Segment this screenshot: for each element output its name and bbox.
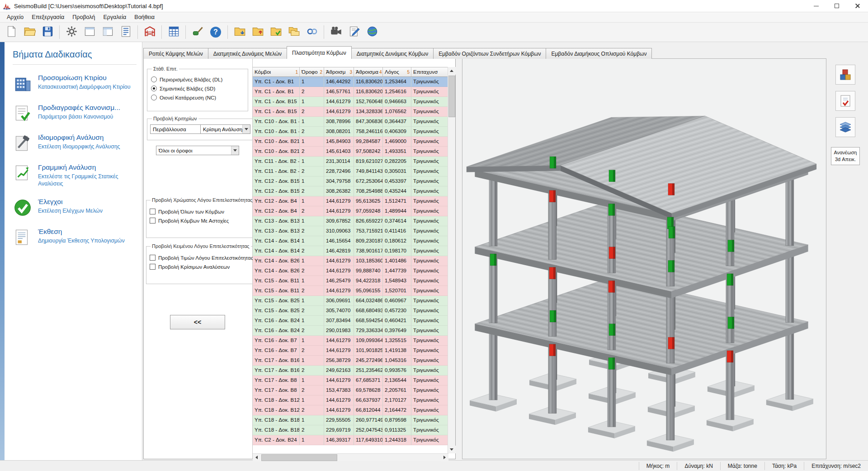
settings-button[interactable] [63,24,80,40]
table-row[interactable]: Υπ. C13 - Δοκ. B131309,67852826,6592270,… [253,216,448,226]
table-row[interactable]: Υπ. C15 - Δοκ. B251306,09691664,0324860,… [253,296,448,306]
sidebar-item-0[interactable]: Προσομοίωση ΚτιρίουΚατασκευαστική Διαμόρ… [13,74,137,94]
maximize-button[interactable] [826,0,847,12]
building-3d-model[interactable] [462,59,826,459]
table-row[interactable]: Υπ. C15 - Δοκ. B112144,6127995,0961551,5… [253,286,448,296]
table-row[interactable]: Υπ. C1 - Δοκ. B11146,44292116,8306201,25… [253,77,448,87]
table-row[interactable]: Υπ. C1 - Δοκ. B152144,61279134,3283361,0… [253,107,448,117]
table-row[interactable]: Υπ. C16 - Δοκ. B241307,83494668,5942540,… [253,316,448,326]
performance-radio-0[interactable]: Περιορισμένες Βλάβες (DL) [151,76,244,82]
menu-item-0[interactable]: Αρχείο [3,13,28,21]
table-row[interactable]: Υπ. C10 - Δοκ. B211145,8490399,2845871,4… [253,137,448,147]
text-checkbox-0[interactable]: Προβολή Τιμών Λόγου Επιτελεστικότητας [150,255,253,261]
tab-1[interactable]: Διατμητικές Δυνάμεις Μελών [208,48,287,59]
tools-brush-button[interactable] [189,24,206,40]
menu-item-1[interactable]: Επεξεργασία [28,13,68,21]
sidebar-item-4[interactable]: ΈλεγχοιΕκτέλεση Ελέγχων Μελών [13,198,137,218]
table-row[interactable]: Υπ. C17 - Δοκ. B161256,38729245,2724961,… [253,356,448,366]
table-row[interactable]: Υπ. C10 - Δοκ. B212145,6140397,5082421,4… [253,147,448,157]
report-view-button[interactable] [117,24,134,40]
column-header-3[interactable]: Άθροισμα4 [354,67,383,76]
column-header-1[interactable]: Όροφο2 [300,67,324,76]
scroll-right-button[interactable] [441,454,448,461]
table-row[interactable]: Υπ. C18 - Δοκ. B181229,55505260,9771490,… [253,415,448,425]
table-row[interactable]: Υπ. C14 - Δοκ. B142146,42819738,9016170,… [253,246,448,256]
menu-item-4[interactable]: Βοήθεια [130,13,159,21]
table-row[interactable]: Υπ. C1 - Δοκ. B12146,57761116,8306201,25… [253,87,448,97]
window-layout-button[interactable] [81,24,98,40]
folder-verify-button[interactable] [267,24,284,40]
table-row[interactable]: Υπ. C17 - Δοκ. B81144,6127967,6853712,13… [253,376,448,385]
table-row[interactable]: Υπ. C13 - Δοκ. B132310,09063753,7159210,… [253,226,448,236]
colour-checkbox-0[interactable]: Προβολή Όλων των Κόμβων [150,209,253,214]
table-row[interactable]: Υπ. C16 - Δοκ. B72144,61279101,9018251,4… [253,346,448,356]
text-checkbox-1[interactable]: Προβολή Κρίσιμων Αναλύσεων [150,264,253,270]
table-row[interactable]: Υπ. C1 - Δοκ. B151144,61279152,7606480,9… [253,97,448,107]
building-3d-viewport[interactable] [462,58,826,459]
web-globe-button[interactable] [363,24,381,40]
new-file-button[interactable] [3,24,20,40]
menu-item-3[interactable]: Εργαλεία [99,13,131,21]
open-file-button[interactable] [21,24,38,40]
menu-item-2[interactable]: Προβολή [68,13,99,21]
column-header-5[interactable]: Επιταχυνσ [411,67,448,76]
table-row[interactable]: Υπ. C11 - Δοκ. B2 -1231,30114819,6210270… [253,157,448,167]
building-modeller-button[interactable] [141,24,158,40]
table-row[interactable]: Υπ. C2 - Δοκ. B241146,39317117,6493101,2… [253,435,448,445]
table-row[interactable]: Υπ. C10 - Δοκ. B1 -1308,78996847,3068360… [253,117,448,127]
linked-items-button[interactable] [303,24,321,40]
tab-5[interactable]: Εμβαδόν Διαμήκους Οπλισμού Κόμβων [546,48,652,59]
table-row[interactable]: Υπ. C14 - Δοκ. B141146,15654809,2301870,… [253,236,448,246]
collapse-panel-button[interactable]: << [170,315,225,329]
scroll-down-button[interactable] [448,446,456,453]
column-header-4[interactable]: Λόγος5 [383,67,411,76]
table-row[interactable]: Υπ. C16 - Δοκ. B242290,01983729,3363340,… [253,326,448,336]
table-vertical-scrollbar[interactable] [448,67,455,453]
table-row[interactable]: Υπ. C14 - Δοκ. B262144,6127999,8887401,4… [253,266,448,276]
column-header-0[interactable]: Κόμβοι1 [253,67,300,76]
eigenvalue-table-button[interactable] [165,24,182,40]
layers-button[interactable] [835,117,855,137]
critical-analysis-combo[interactable]: Κρίσιμη Ανάλυση [201,124,250,134]
tab-2[interactable]: Πλαστιμότητα Κόμβων [287,46,352,59]
table-row[interactable]: Υπ. C18 - Δοκ. B122144,6127966,8120442,1… [253,405,448,415]
folder-sync-button[interactable] [285,24,302,40]
table-row[interactable]: Υπ. C12 - Δοκ. B151304,79758672,2530640,… [253,176,448,186]
floors-combo[interactable]: Όλοι οι όροφοι [156,146,239,155]
table-row[interactable]: Υπ. C16 - Δοκ. B71144,61279109,0993641,3… [253,336,448,346]
tab-0[interactable]: Ροπές Κάμψης Μελών [143,48,208,59]
scroll-up-button[interactable] [448,67,456,75]
envelope-combo[interactable]: Περιβάλλουσα [150,124,201,134]
minimize-button[interactable] [806,0,826,12]
colour-checkbox-1[interactable]: Προβολή Κόμβων Με Αστοχίες [150,218,253,224]
help-button[interactable]: ? [207,24,224,40]
sidebar-item-3[interactable]: Γραμμική ΑνάλυσηΕκτελέστε τις Γραμμικές … [13,163,137,188]
member-checks-button[interactable] [835,91,855,111]
vertical-scroll-thumb[interactable] [448,76,455,117]
table-row[interactable]: Υπ. C10 - Δοκ. B1 -2308,08201758,2461160… [253,127,448,137]
video-capture-button[interactable] [327,24,344,40]
sidebar-item-5[interactable]: ΈκθεσηΔημιουργία Έκθεσης Υπολογισμών [13,228,137,247]
table-row[interactable]: Υπ. C14 - Δοκ. B261144,61279103,1853601,… [253,256,448,266]
performance-radio-1[interactable]: Σημαντικές Βλάβες (SD) [151,86,244,91]
table-row[interactable]: Υπ. C12 - Δοκ. B152308,26382708,2549880,… [253,186,448,196]
table-row[interactable]: Υπ. C12 - Δοκ. B41144,6127995,6136251,51… [253,196,448,206]
window-layout-alt-button[interactable] [99,24,116,40]
column-header-2[interactable]: Άθροισμ3 [324,67,354,76]
sidebar-item-2[interactable]: Ιδιομορφική ΑνάλυσηΕκτέλεση Ιδιομορφικής… [13,133,137,153]
tab-3[interactable]: Διατμητικές Δυνάμεις Κόμβων [351,48,434,59]
horizontal-scroll-thumb[interactable] [261,454,337,461]
sidebar-item-1[interactable]: Προδιαγραφές Κανονισμ...Παράμετροι βάσει… [13,104,137,124]
close-button[interactable] [847,0,868,12]
performance-radio-2[interactable]: Οιονεί Κατάρρευση (NC) [151,95,244,100]
table-row[interactable]: Υπ. C17 - Δοκ. B82153,4738369,5786282,20… [253,385,448,395]
edit-notes-button[interactable] [345,24,363,40]
folder-export-button[interactable] [249,24,266,40]
table-row[interactable]: Υπ. C18 - Δοκ. B121144,6127966,6379372,1… [253,395,448,405]
save-file-button[interactable] [39,24,56,40]
table-horizontal-scrollbar[interactable] [253,453,448,461]
tab-4[interactable]: Εμβαδόν Οριζόντιων Συνδετήρων Κόμβων [433,48,546,59]
refresh-3d-view-button[interactable]: Ανανέωση 3d Απεικ. [831,147,860,165]
folder-import-button[interactable] [231,24,248,40]
table-row[interactable]: Υπ. C18 - Δοκ. B182229,69719252,0475430,… [253,425,448,435]
